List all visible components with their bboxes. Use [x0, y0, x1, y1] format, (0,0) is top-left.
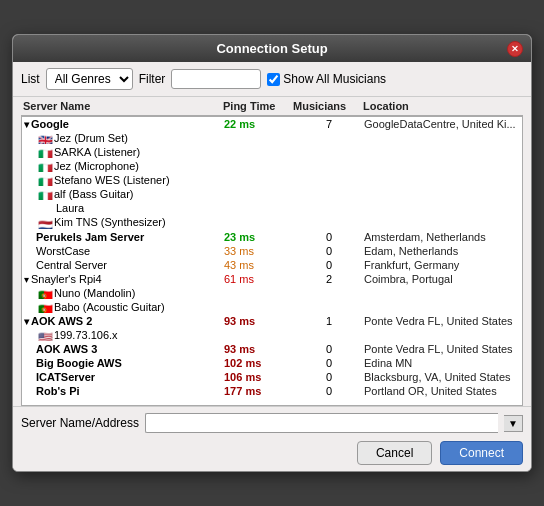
show-all-musicians-row: Show All Musicians: [267, 72, 386, 86]
server-row-aok3[interactable]: AOK AWS 393 ms0Ponte Vedra FL, United St…: [22, 342, 522, 356]
col-ping-time: Ping Time: [223, 100, 293, 112]
server-location-aok3: Ponte Vedra FL, United States: [364, 343, 520, 355]
server-row-robspi[interactable]: Rob's Pi177 ms0Portland OR, United State…: [22, 384, 522, 398]
server-name-central: Central Server: [24, 259, 224, 271]
server-child-row[interactable]: 🇮🇹SARKA (Listener): [22, 145, 522, 159]
server-child-row[interactable]: 🇮🇹alf (Bass Guitar): [22, 187, 522, 201]
server-ping-central: 43 ms: [224, 259, 294, 271]
toolbar: List All Genres Filter Show All Musician…: [13, 62, 531, 97]
column-headers: Server Name Ping Time Musicians Location: [21, 97, 523, 116]
server-musicians-aok3: 0: [294, 343, 364, 355]
server-row-google[interactable]: ▾Google22 ms7GoogleDataCentre, United Ki…: [22, 117, 522, 131]
server-musicians-google: 7: [294, 118, 364, 130]
server-name-perukels: Perukels Jam Server: [24, 231, 224, 243]
server-row-bigboogie[interactable]: Big Boogie AWS102 ms0Edina MN: [22, 356, 522, 370]
server-musicians-worstcase: 0: [294, 245, 364, 257]
server-ping-worstcase: 33 ms: [224, 245, 294, 257]
server-musicians-robspi: 0: [294, 385, 364, 397]
col-location: Location: [363, 100, 521, 112]
server-ping-robspi: 177 ms: [224, 385, 294, 397]
server-child-row[interactable]: 🇵🇹Nuno (Mandolin): [22, 286, 522, 300]
server-name-icat: ICATServer: [24, 371, 224, 383]
title-bar: Connection Setup ✕: [13, 35, 531, 62]
footer: Server Name/Address ▼ Cancel Connect: [13, 406, 531, 471]
server-musicians-aok2: 1: [294, 315, 364, 327]
list-select[interactable]: All Genres: [46, 68, 133, 90]
server-name-aok2: ▾AOK AWS 2: [24, 315, 224, 327]
child-name: 🇺🇸199.73.106.x: [24, 329, 224, 341]
server-musicians-central: 0: [294, 259, 364, 271]
server-child-row[interactable]: 🇳🇱Kim TNS (Synthesizer): [22, 215, 522, 229]
show-all-checkbox[interactable]: [267, 73, 280, 86]
server-ping-perukels: 23 ms: [224, 231, 294, 243]
server-ping-snayler: 61 ms: [224, 273, 294, 285]
server-row-snayler[interactable]: ▾Snayler's Rpi461 ms2Coimbra, Portugal: [22, 272, 522, 286]
list-label: List: [21, 72, 40, 86]
child-name: 🇮🇹SARKA (Listener): [24, 146, 224, 158]
dialog-title: Connection Setup: [216, 41, 327, 56]
server-location-icat: Blacksburg, VA, United States: [364, 371, 520, 383]
server-address-input[interactable]: [145, 413, 498, 433]
server-child-row[interactable]: Laura: [22, 201, 522, 215]
child-name: 🇳🇱Kim TNS (Synthesizer): [24, 216, 224, 228]
show-all-label: Show All Musicians: [283, 72, 386, 86]
server-row-perukels[interactable]: Perukels Jam Server23 ms0Amsterdam, Neth…: [22, 230, 522, 244]
filter-input[interactable]: [171, 69, 261, 89]
server-location-worstcase: Edam, Netherlands: [364, 245, 520, 257]
server-child-row[interactable]: 🇮🇹Jez (Microphone): [22, 159, 522, 173]
server-location-robspi: Portland OR, United States: [364, 385, 520, 397]
server-musicians-snayler: 2: [294, 273, 364, 285]
server-name-snayler: ▾Snayler's Rpi4: [24, 273, 224, 285]
address-dropdown-arrow[interactable]: ▼: [504, 415, 523, 432]
server-location-bigboogie: Edina MN: [364, 357, 520, 369]
server-ping-aok3: 93 ms: [224, 343, 294, 355]
server-ping-aok2: 93 ms: [224, 315, 294, 327]
server-scroll-list[interactable]: ▾Google22 ms7GoogleDataCentre, United Ki…: [21, 116, 523, 406]
server-row-icat[interactable]: ICATServer106 ms0Blacksburg, VA, United …: [22, 370, 522, 384]
server-name-worstcase: WorstCase: [24, 245, 224, 257]
server-row-central[interactable]: Central Server43 ms0Frankfurt, Germany: [22, 258, 522, 272]
server-musicians-bigboogie: 0: [294, 357, 364, 369]
server-name-robspi: Rob's Pi: [24, 385, 224, 397]
server-location-google: GoogleDataCentre, United Ki...: [364, 118, 520, 130]
child-name: 🇵🇹Babo (Acoustic Guitar): [24, 301, 224, 313]
server-name-bigboogie: Big Boogie AWS: [24, 357, 224, 369]
child-name: 🇮🇹Stefano WES (Listener): [24, 174, 224, 186]
child-name: 🇬🇧Jez (Drum Set): [24, 132, 224, 144]
server-child-row[interactable]: 🇬🇧Jez (Drum Set): [22, 131, 522, 145]
connect-button[interactable]: Connect: [440, 441, 523, 465]
child-name: Laura: [24, 202, 224, 214]
server-musicians-perukels: 0: [294, 231, 364, 243]
child-name: 🇵🇹Nuno (Mandolin): [24, 287, 224, 299]
server-location-snayler: Coimbra, Portugal: [364, 273, 520, 285]
server-ping-icat: 106 ms: [224, 371, 294, 383]
server-location-perukels: Amsterdam, Netherlands: [364, 231, 520, 243]
col-server-name: Server Name: [23, 100, 223, 112]
server-name-aok3: AOK AWS 3: [24, 343, 224, 355]
filter-label: Filter: [139, 72, 166, 86]
connection-setup-dialog: Connection Setup ✕ List All Genres Filte…: [12, 34, 532, 472]
col-musicians: Musicians: [293, 100, 363, 112]
server-ping-bigboogie: 102 ms: [224, 357, 294, 369]
child-name: 🇮🇹Jez (Microphone): [24, 160, 224, 172]
server-child-row[interactable]: 🇵🇹Babo (Acoustic Guitar): [22, 300, 522, 314]
buttons-row: Cancel Connect: [21, 441, 523, 465]
server-location-central: Frankfurt, Germany: [364, 259, 520, 271]
server-ping-google: 22 ms: [224, 118, 294, 130]
server-musicians-icat: 0: [294, 371, 364, 383]
server-list-container: Server Name Ping Time Musicians Location…: [13, 97, 531, 406]
server-row-worstcase[interactable]: WorstCase33 ms0Edam, Netherlands: [22, 244, 522, 258]
cancel-button[interactable]: Cancel: [357, 441, 432, 465]
address-label: Server Name/Address: [21, 416, 139, 430]
close-button[interactable]: ✕: [507, 41, 523, 57]
server-address-row: Server Name/Address ▼: [21, 413, 523, 433]
server-child-row[interactable]: 🇮🇹Stefano WES (Listener): [22, 173, 522, 187]
server-child-row[interactable]: 🇺🇸199.73.106.x: [22, 328, 522, 342]
server-row-aok2[interactable]: ▾AOK AWS 293 ms1Ponte Vedra FL, United S…: [22, 314, 522, 328]
server-name-google: ▾Google: [24, 118, 224, 130]
server-location-aok2: Ponte Vedra FL, United States: [364, 315, 520, 327]
child-name: 🇮🇹alf (Bass Guitar): [24, 188, 224, 200]
